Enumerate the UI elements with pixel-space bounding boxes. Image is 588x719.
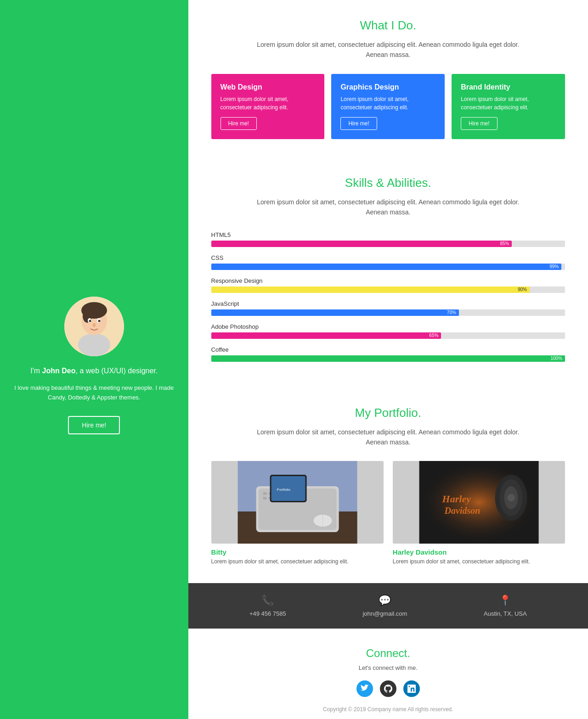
skill-html5-bar-bg: 85% — [211, 241, 565, 247]
svg-point-36 — [507, 494, 514, 501]
skill-javascript-bar-bg: 70% — [211, 309, 565, 316]
web-design-title: Web Design — [220, 83, 316, 91]
contact-bar: 📞 +49 456 7585 💬 john@gmail.com 📍 Austin… — [188, 583, 588, 629]
github-icon[interactable] — [380, 680, 396, 697]
skills-section: Skills & Abilities. Lorem ipsum dolor si… — [188, 157, 588, 388]
what-i-do-section: What I Do. Lorem ipsum dolor sit amet, c… — [188, 0, 588, 157]
skill-photoshop-label: Adobe Photoshop — [211, 323, 565, 330]
skill-html5-label: HTML5 — [211, 231, 565, 238]
what-i-do-title: What I Do. — [211, 18, 565, 33]
skill-responsive-bar-bg: 90% — [211, 286, 565, 293]
phone-icon: 📞 — [261, 595, 274, 607]
intro-rest: , a web (UX/UI) designer. — [76, 367, 158, 375]
skill-html5-bar: 85% — [211, 241, 512, 247]
intro-text: I'm John Deo, a web (UX/UI) designer. — [30, 365, 158, 376]
web-design-card: Web Design Lorem ipsum dolor sit amet, c… — [211, 74, 325, 139]
location-icon: 📍 — [499, 595, 511, 607]
skill-coffee: Coffee 100% — [211, 346, 565, 362]
graphics-design-desc: Lorem ipsum dolor sit amet, consectetuer… — [340, 95, 435, 112]
email-address: john@gmail.com — [362, 610, 407, 617]
connect-title: Connect. — [211, 647, 565, 660]
brand-hire-button[interactable]: Hire me! — [461, 117, 497, 130]
brand-identity-title: Brand Identity — [461, 83, 556, 91]
what-i-do-desc: Lorem ipsum dolor sit amet, consectetuer… — [211, 39, 565, 60]
skills-title: Skills & Abilities. — [211, 176, 565, 190]
skill-css-bar-bg: 99% — [211, 264, 565, 270]
portfolio-img-bitty: Portfolio — [211, 461, 384, 544]
name-highlight: John Deo — [42, 367, 76, 375]
connect-section: Connect. Let's connect with me. Copyrigh… — [188, 629, 588, 719]
sub-text: I love making beautiful things & meeting… — [14, 383, 175, 403]
skill-css-label: CSS — [211, 254, 565, 261]
left-panel: I'm John Deo, a web (UX/UI) designer. I … — [0, 0, 188, 719]
skill-css-bar: 99% — [211, 264, 562, 270]
location-text: Austin, TX, USA — [484, 610, 527, 617]
social-icons — [211, 680, 565, 697]
skill-photoshop: Adobe Photoshop 65% — [211, 323, 565, 339]
skills-desc: Lorem ipsum dolor sit amet, consectetuer… — [211, 197, 565, 218]
portfolio-item-harley: Harley Davidson Harley Davidson Lorem ip… — [393, 461, 565, 565]
skill-javascript: JavaScript 70% — [211, 300, 565, 316]
avatar — [64, 297, 124, 356]
graphics-design-title: Graphics Design — [340, 83, 435, 91]
hire-me-button[interactable]: Hire me! — [68, 416, 120, 434]
portfolio-title: My Portfolio. — [211, 406, 565, 420]
svg-text:Harley: Harley — [441, 493, 471, 505]
svg-text:Davidson: Davidson — [444, 506, 480, 516]
skill-coffee-label: Coffee — [211, 346, 565, 353]
brand-identity-card: Brand Identity Lorem ipsum dolor sit ame… — [452, 74, 565, 139]
skill-responsive-label: Responsive Design — [211, 277, 565, 284]
skill-coffee-bar: 100% — [211, 355, 565, 362]
svg-point-9 — [93, 323, 96, 327]
portfolio-img-harley: Harley Davidson — [393, 461, 565, 544]
skill-coffee-bar-bg: 100% — [211, 355, 565, 362]
skill-css: CSS 99% — [211, 254, 565, 270]
contact-phone: 📞 +49 456 7585 — [249, 595, 286, 617]
skill-javascript-label: JavaScript — [211, 300, 565, 307]
phone-number: +49 456 7585 — [249, 610, 286, 617]
portfolio-bitty-title: Bitty — [211, 548, 384, 556]
linkedin-icon[interactable] — [403, 680, 420, 697]
service-cards: Web Design Lorem ipsum dolor sit amet, c… — [211, 74, 565, 139]
graphics-hire-button[interactable]: Hire me! — [340, 117, 377, 130]
brand-identity-desc: Lorem ipsum dolor sit amet, consectetuer… — [461, 95, 556, 112]
web-hire-button[interactable]: Hire me! — [220, 117, 257, 130]
svg-point-8 — [98, 320, 100, 322]
portfolio-section: My Portfolio. Lorem ipsum dolor sit amet… — [188, 388, 588, 584]
skill-photoshop-bar-bg: 65% — [211, 332, 565, 339]
web-design-desc: Lorem ipsum dolor sit amet, consectetuer… — [220, 95, 316, 112]
svg-text:Portfolio: Portfolio — [277, 488, 290, 492]
right-panel: What I Do. Lorem ipsum dolor sit amet, c… — [188, 0, 588, 719]
svg-rect-20 — [263, 497, 266, 500]
portfolio-harley-desc: Lorem ipsum dolor sit amet, consectetuer… — [393, 558, 565, 565]
portfolio-item-bitty: Portfolio Bitty Lorem ipsum dolor sit am… — [211, 461, 384, 565]
connect-subtitle: Let's connect with me. — [211, 664, 565, 671]
skill-javascript-bar: 70% — [211, 309, 459, 316]
skill-html5: HTML5 85% — [211, 231, 565, 247]
portfolio-bitty-desc: Lorem ipsum dolor sit amet, consectetuer… — [211, 558, 384, 565]
contact-email: 💬 john@gmail.com — [362, 595, 407, 617]
skill-responsive: Responsive Design 90% — [211, 277, 565, 293]
svg-point-7 — [89, 320, 91, 322]
twitter-icon[interactable] — [356, 680, 373, 697]
portfolio-harley-title: Harley Davidson — [393, 548, 565, 556]
portfolio-grid: Portfolio Bitty Lorem ipsum dolor sit am… — [211, 461, 565, 565]
skill-responsive-bar: 90% — [211, 286, 530, 293]
portfolio-desc: Lorem ipsum dolor sit amet, consectetuer… — [211, 427, 565, 448]
svg-rect-14 — [263, 492, 266, 495]
contact-location: 📍 Austin, TX, USA — [484, 595, 527, 617]
copyright-text: Copyright © 2019 Company name All rights… — [211, 706, 565, 713]
svg-point-1 — [78, 333, 110, 356]
graphics-design-card: Graphics Design Lorem ipsum dolor sit am… — [331, 74, 445, 139]
skill-photoshop-bar: 65% — [211, 332, 441, 339]
email-icon: 💬 — [379, 595, 391, 607]
